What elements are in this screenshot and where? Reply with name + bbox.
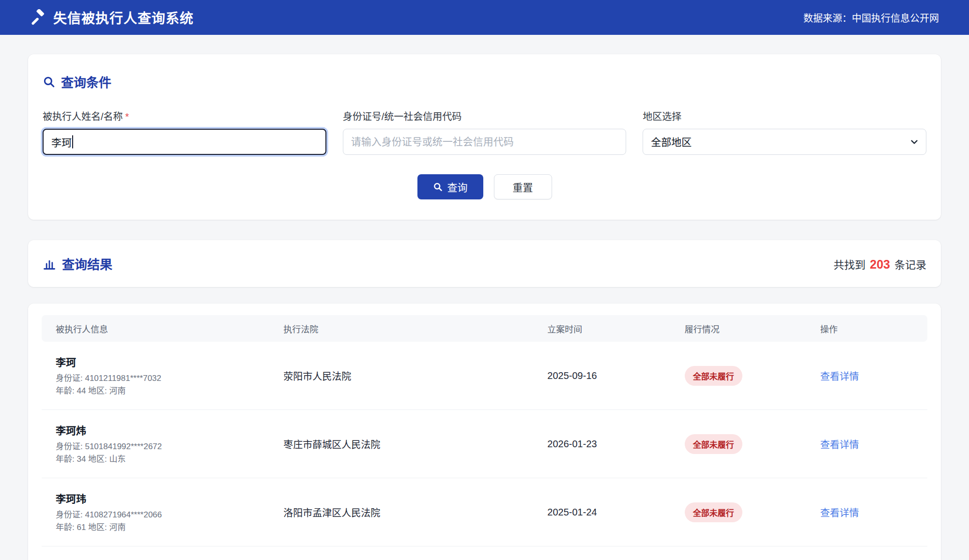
action-cell: 查看详情 (820, 369, 927, 383)
query-form: 被执行人姓名/名称* 身份证号/统一社会信用代码 地区选择 (43, 109, 926, 155)
gavel-icon (30, 9, 46, 26)
name-field-group: 被执行人姓名/名称* (43, 109, 326, 155)
status-cell: 全部未履行 (685, 434, 820, 454)
table-row: 李珂玮 身份证: 4108271964****2066 年龄: 61 地区: 河… (42, 478, 927, 546)
query-section-title: 查询条件 (43, 73, 926, 91)
debtor-id-line: 身份证: 5101841992****2672 (56, 440, 283, 453)
debtor-name-input[interactable] (43, 129, 326, 155)
results-summary-card: 查询结果 共找到 203 条记录 (28, 240, 941, 287)
court-cell: 洛阳市孟津区人民法院 (283, 505, 547, 519)
id-field-group: 身份证号/统一社会信用代码 (343, 109, 627, 155)
results-count-number: 203 (870, 257, 890, 272)
debtor-info-cell: 李珂 身份证: 4101211981****7032 年龄: 44 地区: 河南 (42, 354, 283, 397)
region-select[interactable]: 全部地区 (643, 129, 926, 155)
region-field-label: 地区选择 (643, 109, 926, 123)
view-details-link[interactable]: 查看详情 (820, 508, 859, 518)
query-section-title-text: 查询条件 (61, 73, 111, 91)
col-header-filing-date: 立案时间 (547, 322, 684, 335)
court-cell: 荥阳市人民法院 (283, 369, 547, 383)
status-badge: 全部未履行 (685, 502, 742, 522)
app-header: 失信被执行人查询系统 数据来源：中国执行信息公开网 (0, 0, 969, 35)
debtor-info-cell: 李珂炜 身份证: 5101841992****2672 年龄: 34 地区: 山… (42, 423, 283, 465)
table-row: 李珂 身份证: 4101211981****7032 年龄: 44 地区: 河南… (42, 342, 927, 410)
debtor-id-line: 身份证: 4101211981****7032 (56, 372, 283, 385)
reset-button[interactable]: 重置 (494, 174, 552, 199)
table-row: 李珂 身份证: 4101071963****0511 年龄: 62 地区: 河南… (42, 546, 927, 560)
search-icon (433, 182, 443, 192)
search-button-label: 查询 (447, 180, 468, 194)
filing-date-cell: 2026-01-23 (547, 439, 684, 450)
results-count-prefix: 共找到 (833, 256, 865, 272)
results-count-suffix: 条记录 (894, 256, 926, 272)
region-field-group: 地区选择 全部地区 (643, 109, 926, 155)
col-header-performance: 履行情况 (685, 322, 820, 335)
debtor-meta-line: 年龄: 34 地区: 山东 (56, 453, 283, 466)
debtor-meta-line: 年龄: 44 地区: 河南 (56, 385, 283, 397)
search-button[interactable]: 查询 (417, 174, 483, 199)
status-cell: 全部未履行 (685, 366, 820, 386)
action-cell: 查看详情 (820, 505, 927, 519)
id-number-input[interactable] (343, 129, 627, 155)
app-title: 失信被执行人查询系统 (53, 8, 194, 27)
results-section-title-text: 查询结果 (62, 255, 112, 272)
debtor-info-cell: 李珂玮 身份证: 4108271964****2066 年龄: 61 地区: 河… (42, 491, 283, 533)
status-cell: 全部未履行 (685, 502, 820, 522)
region-select-wrap: 全部地区 (643, 129, 926, 155)
status-badge: 全部未履行 (685, 366, 742, 386)
col-header-action: 操作 (820, 322, 927, 335)
results-section-title: 查询结果 (43, 255, 112, 272)
app-brand: 失信被执行人查询系统 (30, 8, 194, 27)
debtor-meta-line: 年龄: 61 地区: 河南 (56, 521, 283, 534)
col-header-debtor-info: 被执行人信息 (42, 322, 283, 335)
court-cell: 枣庄市薛城区人民法院 (283, 437, 547, 451)
action-cell: 查看详情 (820, 437, 927, 451)
bar-chart-icon (43, 257, 56, 271)
view-details-link[interactable]: 查看详情 (820, 439, 859, 450)
id-field-label: 身份证号/统一社会信用代码 (343, 109, 627, 123)
results-table-card: 被执行人信息 执行法院 立案时间 履行情况 操作 李珂 身份证: 4101211… (28, 303, 941, 560)
debtor-name: 李珂 (56, 354, 283, 369)
results-count: 共找到 203 条记录 (833, 256, 926, 272)
filing-date-cell: 2025-01-24 (547, 507, 684, 518)
debtor-id-line: 身份证: 4108271964****2066 (56, 509, 283, 521)
filing-date-cell: 2025-09-16 (547, 370, 684, 381)
reset-button-label: 重置 (513, 180, 533, 194)
view-details-link[interactable]: 查看详情 (820, 371, 859, 382)
name-field-label-text: 被执行人姓名/名称 (43, 111, 123, 122)
search-icon (43, 76, 55, 88)
data-source-note: 数据来源：中国执行信息公开网 (803, 11, 939, 25)
page-content: 查询条件 被执行人姓名/名称* 身份证号/统一社会信用代码 (0, 54, 969, 560)
col-header-court: 执行法院 (283, 322, 547, 335)
id-input-wrap (343, 129, 627, 155)
text-cursor (72, 136, 73, 149)
debtor-name: 李珂玮 (56, 491, 283, 505)
debtor-name: 李珂炜 (56, 423, 283, 437)
form-buttons-row: 查询 重置 (43, 174, 926, 199)
query-conditions-card: 查询条件 被执行人姓名/名称* 身份证号/统一社会信用代码 (28, 54, 941, 220)
table-row: 李珂炜 身份证: 5101841992****2672 年龄: 34 地区: 山… (42, 410, 927, 478)
status-badge: 全部未履行 (685, 434, 742, 454)
name-input-wrap (43, 129, 326, 155)
table-header-row: 被执行人信息 执行法院 立案时间 履行情况 操作 (42, 315, 927, 342)
name-field-label: 被执行人姓名/名称* (43, 109, 326, 123)
required-asterisk: * (125, 111, 129, 122)
